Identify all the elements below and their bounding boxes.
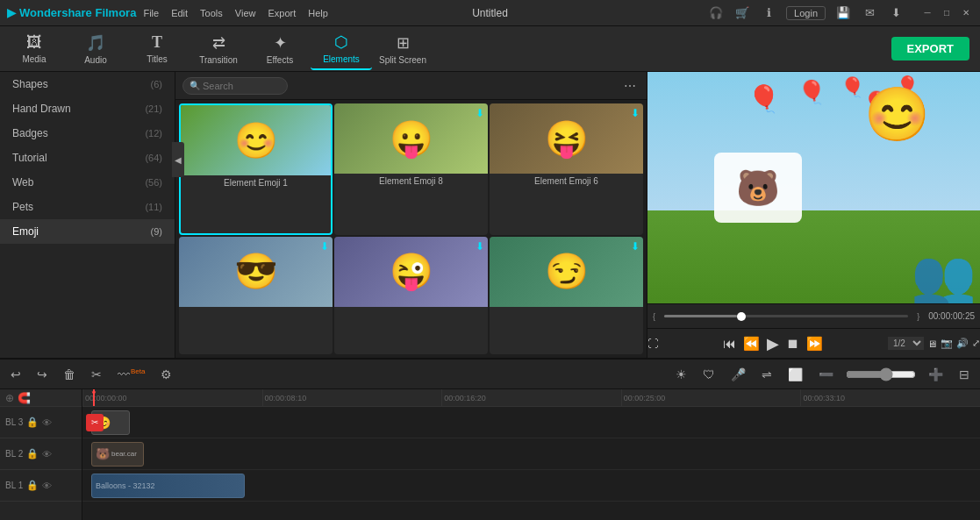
download-icon-1: ⬇: [476, 107, 484, 119]
minimize-button[interactable]: ─: [920, 6, 934, 20]
timeline-zoom-slider[interactable]: [846, 367, 916, 381]
element-card-5[interactable]: 😏 ⬇: [490, 237, 643, 355]
menu-edit[interactable]: Edit: [171, 8, 188, 18]
grid-options-button[interactable]: ⋯: [620, 76, 640, 96]
category-badges[interactable]: Badges (12): [0, 121, 175, 146]
preview-slider[interactable]: [664, 315, 908, 317]
playhead[interactable]: [93, 389, 95, 406]
cut-button[interactable]: ✂: [88, 366, 105, 383]
element-card-0[interactable]: 😊 Element Emoji 1: [179, 103, 333, 235]
collapse-panel-button[interactable]: ◀: [172, 142, 184, 177]
element-card-1[interactable]: 😛 ⬇ Element Emoji 8: [334, 103, 488, 235]
element-emoji-4: 😜: [390, 251, 433, 292]
element-thumb-1: 😛 ⬇: [334, 103, 488, 174]
track2-clip[interactable]: 🐻 bear.car: [91, 442, 144, 467]
shield-icon[interactable]: 🛡: [699, 366, 719, 383]
element-card-3[interactable]: 😎 ⬇: [179, 237, 333, 355]
zoom-select[interactable]: 1/21/4Full: [888, 337, 924, 350]
collapse-timeline-button[interactable]: ⊟: [955, 366, 973, 383]
playback-controls: ⛶ ⏮ ⏪ ▶ ⏹ ⏩ 1/21/4Full 🖥 📷 🔊 ⤢: [647, 328, 980, 358]
screenshot-icon[interactable]: 📷: [941, 338, 953, 349]
track2-lock[interactable]: 🔒: [26, 448, 39, 459]
track3-lock[interactable]: 🔒: [26, 417, 39, 428]
menu-tools[interactable]: Tools: [200, 8, 223, 18]
volume-icon[interactable]: 🔊: [956, 338, 969, 349]
category-pets[interactable]: Pets (11): [0, 195, 175, 219]
waveform-button[interactable]: 〰: [114, 366, 148, 383]
subtitle-icon[interactable]: ⬜: [784, 366, 806, 383]
preview-bracket-end: }: [917, 312, 919, 321]
category-handdrawn-label: Hand Drawn: [12, 103, 71, 115]
stop-button[interactable]: ⏹: [786, 336, 799, 351]
magnet-icon[interactable]: 🧲: [18, 392, 31, 404]
audio-adjust-button[interactable]: ⚙: [157, 366, 175, 383]
collapse-arrow-icon: ◀: [175, 155, 182, 165]
track1-eye[interactable]: 👁: [42, 481, 52, 491]
login-button[interactable]: Login: [786, 6, 826, 20]
audio-icon: 🎵: [86, 33, 105, 53]
export-button[interactable]: EXPORT: [891, 37, 969, 61]
timeline-content: ⊕ 🧲 BL 3 🔒 👁 BL 2 🔒 👁 BL 1 🔒 👁: [0, 389, 980, 520]
delete-button[interactable]: 🗑: [60, 366, 79, 383]
undo-button[interactable]: ↩: [7, 366, 25, 383]
monitor-icon[interactable]: 🖥: [927, 338, 937, 349]
category-shapes[interactable]: Shapes (6): [0, 72, 175, 96]
close-button[interactable]: ✕: [959, 6, 973, 20]
left-panel: Shapes (6) Hand Drawn (21) Badges (12) T…: [0, 72, 175, 358]
play-button[interactable]: ▶: [767, 334, 779, 353]
zoom-in-button[interactable]: ➕: [925, 366, 947, 383]
menu-help[interactable]: Help: [308, 8, 328, 18]
menu-export[interactable]: Export: [268, 8, 296, 18]
timeline-toolbar: ↩ ↪ 🗑 ✂ 〰 ⚙ ☀ 🛡 🎤 ⇌ ⬜ ➖ ➕ ⊟: [0, 360, 980, 389]
preview-bracket-start: {: [653, 312, 655, 321]
stretch-icon[interactable]: ⤢: [972, 338, 980, 349]
category-web[interactable]: Web (56): [0, 170, 175, 195]
track1-clip[interactable]: Balloons - 32132: [91, 474, 245, 498]
message-icon[interactable]: ✉: [861, 4, 878, 22]
mic-icon[interactable]: 🎤: [727, 366, 749, 383]
category-handdrawn[interactable]: Hand Drawn (21): [0, 96, 175, 121]
tool-effects-label: Effects: [267, 55, 293, 65]
ruler-mark-1: 00:00:08:10: [262, 389, 442, 407]
frame-forward-button[interactable]: ⏩: [806, 336, 823, 352]
maximize-button[interactable]: □: [940, 6, 954, 20]
save-icon[interactable]: 💾: [834, 4, 852, 22]
tool-titles[interactable]: T Titles: [126, 28, 188, 70]
category-tutorial[interactable]: Tutorial (64): [0, 146, 175, 170]
info-icon[interactable]: ℹ: [760, 4, 777, 22]
people-icon: 👥: [911, 251, 976, 303]
swap-icon[interactable]: ⇌: [758, 366, 776, 383]
cut-at-playhead-button[interactable]: ✂: [86, 414, 104, 431]
tool-audio[interactable]: 🎵 Audio: [65, 28, 126, 70]
redo-button[interactable]: ↪: [33, 366, 51, 383]
step-back-button[interactable]: ⏮: [723, 336, 736, 351]
track1-lock[interactable]: 🔒: [26, 480, 39, 491]
download-icon[interactable]: ⬇: [887, 4, 905, 22]
track3-eye[interactable]: 👁: [42, 417, 52, 428]
frame-back-button[interactable]: ⏪: [743, 336, 760, 352]
tool-elements-label: Elements: [323, 54, 360, 64]
sun-icon[interactable]: ☀: [672, 366, 690, 383]
toolbar: 🖼 Media 🎵 Audio T Titles ⇄ Transition ✦ …: [0, 26, 980, 72]
zoom-out-button[interactable]: ➖: [815, 366, 837, 383]
element-card-4[interactable]: 😜 ⬇: [334, 237, 488, 355]
fullscreen-icon[interactable]: ⛶: [647, 338, 658, 350]
balloon-2: 🎈: [798, 79, 826, 106]
menu-file[interactable]: File: [143, 8, 159, 18]
tool-splitscreen[interactable]: ⊞ Split Screen: [372, 28, 433, 70]
balloon-1: 🎈: [748, 83, 780, 114]
menu-view[interactable]: View: [235, 8, 256, 18]
element-card-2[interactable]: 😝 ⬇ Element Emoji 6: [490, 103, 643, 235]
download-icon-4: ⬇: [476, 240, 484, 253]
headset-icon[interactable]: 🎧: [707, 4, 725, 22]
category-emoji[interactable]: Emoji (9): [0, 219, 175, 244]
snap-icon[interactable]: ⊕: [5, 392, 14, 404]
tool-media[interactable]: 🖼 Media: [4, 28, 65, 70]
tool-effects[interactable]: ✦ Effects: [249, 28, 311, 70]
tool-transition[interactable]: ⇄ Transition: [188, 28, 249, 70]
cart-icon[interactable]: 🛒: [733, 4, 751, 22]
category-badges-count: (12): [145, 128, 162, 139]
playback-right-controls: 1/21/4Full 🖥 📷 🔊 ⤢: [888, 337, 980, 350]
track2-eye[interactable]: 👁: [42, 449, 52, 459]
tool-elements[interactable]: ⬡ Elements: [311, 28, 372, 70]
